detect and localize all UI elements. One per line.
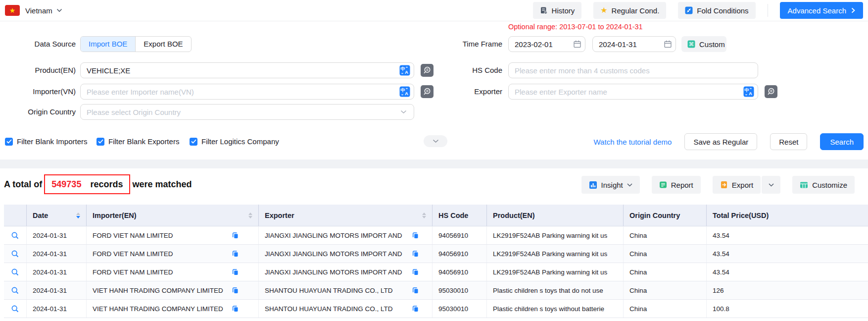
exporter-exact-match-icon[interactable] xyxy=(765,85,777,98)
report-button[interactable]: Report xyxy=(652,176,701,194)
cell-date: 2024-01-31 xyxy=(26,300,86,318)
reset-button[interactable]: Reset xyxy=(770,133,807,150)
row-detail-search-icon[interactable] xyxy=(11,231,19,240)
sort-icons[interactable] xyxy=(422,213,426,218)
topbar-divider xyxy=(768,4,768,17)
cell-hs-code: 94056910 xyxy=(432,263,486,281)
fold-conditions-icon xyxy=(685,6,693,14)
sort-icons[interactable] xyxy=(248,213,252,218)
product-input[interactable]: VEHICLE;XE 中A xyxy=(80,62,414,78)
origin-country-select[interactable]: Please select Origin Country xyxy=(80,104,414,120)
copy-icon[interactable] xyxy=(232,287,239,294)
translate-icon[interactable]: 中A xyxy=(743,86,754,97)
cell-total-price: 43.54 xyxy=(706,226,868,244)
cell-origin-country: China xyxy=(623,245,706,263)
row-detail-search-icon[interactable] xyxy=(11,305,19,313)
export-button[interactable]: Export xyxy=(713,176,761,194)
copy-icon[interactable] xyxy=(412,305,419,313)
data-source-toggle: Import BOE Export BOE xyxy=(80,36,192,52)
header-detail-column xyxy=(4,205,26,226)
cell-origin-country: China xyxy=(623,281,706,299)
select-chevron-icon xyxy=(400,110,407,114)
cell-hs-code: 94056910 xyxy=(432,226,486,244)
tutorial-demo-link[interactable]: Watch the tutorial demo xyxy=(594,138,672,146)
row-detail-search-icon[interactable] xyxy=(11,250,19,258)
copy-icon[interactable] xyxy=(412,232,419,239)
cell-exporter: SHANTOU HUAYUAN TRADING CO., LTD xyxy=(258,300,432,318)
history-button[interactable]: History xyxy=(533,2,582,19)
country-selector[interactable]: Vietnam xyxy=(25,6,52,15)
regular-cond-button[interactable]: ★ Regular Cond. xyxy=(593,2,666,19)
translate-icon[interactable]: 中A xyxy=(399,86,410,97)
results-summary: A total of 549735 records were matched xyxy=(4,174,192,194)
copy-icon[interactable] xyxy=(412,287,419,294)
row-detail-search-icon[interactable] xyxy=(11,268,19,276)
record-count-highlight-box: 549735 records xyxy=(44,174,130,194)
cell-product: LK2919F524AB Parking warning kit us xyxy=(486,226,623,244)
cell-detail xyxy=(4,226,26,244)
advanced-search-button[interactable]: Advanced Search xyxy=(780,2,863,19)
translate-icon[interactable]: 中A xyxy=(399,65,410,76)
export-boe-tab[interactable]: Export BOE xyxy=(135,37,191,52)
header-exporter[interactable]: Exporter xyxy=(258,205,432,226)
filter-blank-exporters-checkbox[interactable]: Filter Blank Exporters xyxy=(96,137,179,146)
hs-code-input[interactable]: Please enter more than 4 customs codes xyxy=(508,62,758,78)
results-toolbar: Insight Report Export Customize xyxy=(581,176,855,194)
cell-total-price: 100.8 xyxy=(706,300,868,318)
svg-text:⌘: ⌘ xyxy=(689,41,694,48)
report-icon xyxy=(659,181,667,189)
copy-icon[interactable] xyxy=(412,250,419,258)
form-actions: Watch the tutorial demo Save as Regular … xyxy=(594,133,864,150)
save-as-regular-button[interactable]: Save as Regular xyxy=(684,133,757,150)
sort-icons[interactable] xyxy=(76,213,80,218)
export-icon xyxy=(720,181,728,189)
fold-conditions-button[interactable]: Fold Conditions xyxy=(678,2,755,19)
cell-importer: VIET HANH TRADING COMPANY LIMITED xyxy=(86,300,258,318)
chevron-down-icon xyxy=(769,183,774,187)
customize-table-icon xyxy=(800,181,808,189)
insight-button[interactable]: Insight xyxy=(581,176,640,194)
cell-importer: FORD VIET NAM LIMITED xyxy=(86,245,258,263)
cell-date: 2024-01-31 xyxy=(26,281,86,299)
cell-date: 2024-01-31 xyxy=(26,263,86,281)
copy-icon[interactable] xyxy=(412,268,419,276)
cell-date: 2024-01-31 xyxy=(26,226,86,244)
svg-text:A: A xyxy=(749,91,752,96)
arrow-right-icon xyxy=(851,7,855,13)
date-to-input[interactable]: 2024-01-31 xyxy=(592,36,676,52)
customize-button[interactable]: Customize xyxy=(792,176,855,194)
filter-logitics-company-checkbox[interactable]: Filter Logitics Company xyxy=(190,137,279,146)
export-options-button[interactable] xyxy=(762,176,780,194)
copy-icon[interactable] xyxy=(232,232,239,239)
cell-exporter: JIANGXI JIANGLING MOTORS IMPORT AND xyxy=(258,263,432,281)
cell-exporter: JIANGXI JIANGLING MOTORS IMPORT AND xyxy=(258,245,432,263)
export-split-button: Export xyxy=(713,176,780,194)
header-importer[interactable]: Importer(EN) xyxy=(86,205,258,226)
row-detail-search-icon[interactable] xyxy=(11,286,19,295)
search-button[interactable]: Search xyxy=(820,133,864,150)
copy-icon[interactable] xyxy=(232,250,239,258)
table-header: Date Importer(EN) Exporter HS Code Produ… xyxy=(4,205,868,226)
chevron-down-icon[interactable] xyxy=(56,8,62,12)
calendar-icon xyxy=(573,40,581,49)
copy-icon[interactable] xyxy=(232,305,239,313)
cell-date: 2024-01-31 xyxy=(26,245,86,263)
header-product: Product(EN) xyxy=(486,205,623,226)
header-date[interactable]: Date xyxy=(26,205,86,226)
copy-icon[interactable] xyxy=(232,268,239,276)
cell-product: Plastic children s toys that do not use xyxy=(486,281,623,299)
cell-total-price: 126 xyxy=(706,281,868,299)
cell-product: LK2919F524AB Parking warning kit us xyxy=(486,263,623,281)
import-boe-tab[interactable]: Import BOE xyxy=(81,37,135,52)
summary-prefix: A total of xyxy=(4,179,42,190)
custom-time-button[interactable]: ⌘ Custom xyxy=(681,36,726,52)
importer-input[interactable]: Please enter Importer name(VN) 中A xyxy=(80,84,414,100)
record-count: 549735 xyxy=(51,179,81,190)
date-from-input[interactable]: 2023-02-01 xyxy=(508,36,585,52)
exporter-input[interactable]: Please enter Exporter name 中A xyxy=(508,84,758,100)
insight-chart-icon xyxy=(589,181,597,189)
cell-hs-code: 95030010 xyxy=(432,281,486,299)
command-icon: ⌘ xyxy=(687,40,695,48)
collapse-form-button[interactable] xyxy=(424,135,447,147)
filter-blank-importers-checkbox[interactable]: Filter Blank Importers xyxy=(5,137,88,146)
